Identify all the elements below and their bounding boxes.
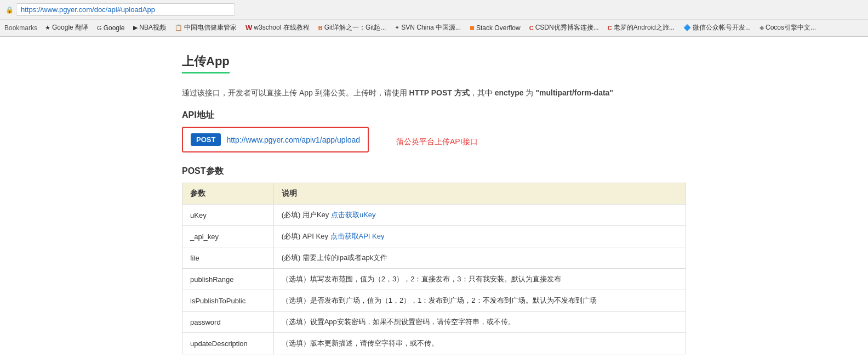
cocos-icon: ◆	[760, 24, 764, 31]
w3school-icon: W	[245, 24, 252, 32]
bookmark-label: w3school 在线教程	[254, 23, 309, 32]
description-text: 通过该接口，开发者可以直接上传 App 到蒲公英。上传时，请使用 HTTP PO…	[182, 88, 613, 97]
browser-chrome: 🔒 https://www.pgyer.com/doc/api#uploadAp…	[0, 0, 868, 37]
post-params-label: POST参数	[182, 166, 686, 177]
bookmark-stackoverflow[interactable]: ◼ Stack Overflow	[466, 23, 524, 33]
param-desc: （选填）填写发布范围，值为（2，3），2：直接发布，3：只有我安装。默认为直接发…	[273, 269, 686, 290]
apikey-link[interactable]: 点击获取API Key	[330, 232, 385, 240]
bookmark-git[interactable]: B Git详解之一：Git起...	[315, 22, 390, 33]
table-row: uKey (必填) 用户Key 点击获取uKey	[182, 205, 686, 226]
param-name: uKey	[182, 205, 274, 226]
bookmark-nba[interactable]: ▶ NBA视频	[130, 22, 169, 33]
api-url-link[interactable]: http://www.pgyer.com/apiv1/app/upload	[226, 135, 360, 144]
table-row: updateDescription （选填）版本更新描述，请传空字符串，或不传。	[182, 333, 686, 354]
bookmark-cocos[interactable]: ◆ Cocos引擎中文...	[756, 22, 819, 33]
address-bar: 🔒 https://www.pgyer.com/doc/api#uploadAp…	[0, 0, 868, 20]
bookmark-label: SVN China 中国源...	[401, 23, 461, 32]
bookmarks-label: Bookmarks	[4, 24, 37, 32]
bookmark-google[interactable]: G Google	[94, 23, 128, 33]
bookmark-label: Git详解之一：Git起...	[324, 23, 386, 32]
param-name: updateDescription	[182, 333, 274, 354]
param-name: isPublishToPublic	[182, 290, 274, 312]
bookmark-label: Stack Overflow	[476, 24, 521, 32]
laoluo-icon: C	[608, 25, 612, 31]
description: 通过该接口，开发者可以直接上传 App 到蒲公英。上传时，请使用 HTTP PO…	[182, 87, 686, 99]
bookmark-svn[interactable]: ✦ SVN China 中国源...	[391, 22, 464, 33]
bookmark-google-translate[interactable]: ★ Google 翻译	[42, 22, 92, 33]
post-badge: POST	[191, 133, 221, 146]
bookmark-label: Google 翻译	[52, 23, 88, 32]
chinatelecom-icon: 📋	[175, 24, 182, 31]
param-desc: （选填）版本更新描述，请传空字符串，或不传。	[273, 333, 686, 354]
bookmark-label: Google	[104, 24, 125, 32]
table-row: isPublishToPublic （选填）是否发布到广场，值为（1，2），1：…	[182, 290, 686, 312]
git-icon: B	[318, 25, 323, 31]
bookmark-label: NBA视频	[139, 23, 166, 32]
bookmark-label: 微信公众帐号开发...	[693, 23, 751, 32]
nba-icon: ▶	[133, 24, 138, 31]
api-address-label: API地址	[182, 110, 686, 121]
bookmark-laoluo[interactable]: C 老罗的Android之旅...	[604, 22, 678, 33]
api-url-box: POST http://www.pgyer.com/apiv1/app/uplo…	[182, 127, 369, 152]
param-name: publishRange	[182, 269, 274, 290]
param-name: password	[182, 312, 274, 333]
bookmark-csdn[interactable]: C CSDN优秀博客连接...	[526, 22, 602, 33]
page-content: 上传App 通过该接口，开发者可以直接上传 App 到蒲公英。上传时，请使用 H…	[160, 37, 708, 362]
bookmark-label: 老罗的Android之旅...	[614, 23, 675, 32]
bookmark-wechat[interactable]: 🔷 微信公众帐号开发...	[680, 22, 754, 33]
col-header-desc: 说明	[273, 183, 686, 205]
bookmark-chinatelecom[interactable]: 📋 中国电信健康管家	[172, 22, 240, 33]
svn-icon: ✦	[395, 24, 399, 31]
table-row: _api_key (必填) API Key 点击获取API Key	[182, 226, 686, 247]
param-desc: (必填) 用户Key 点击获取uKey	[273, 205, 686, 226]
param-desc: （选填）是否发布到广场，值为（1，2），1：发布到广场，2：不发布到广场。默认为…	[273, 290, 686, 312]
param-desc: (必填) API Key 点击获取API Key	[273, 226, 686, 247]
col-header-param: 参数	[182, 183, 274, 205]
table-row: publishRange （选填）填写发布范围，值为（2，3），2：直接发布，3…	[182, 269, 686, 290]
table-header-row: 参数 说明	[182, 183, 686, 205]
bookmarks-bar: Bookmarks ★ Google 翻译 G Google ▶ NBA视频 📋…	[0, 20, 868, 36]
table-row: password （选填）设置App安装密码，如果不想设置密码，请传空字符串，或…	[182, 312, 686, 333]
google-translate-icon: ★	[45, 24, 50, 31]
bookmark-label: CSDN优秀博客连接...	[535, 23, 599, 32]
address-input[interactable]: https://www.pgyer.com/doc/api#uploadApp	[16, 3, 235, 16]
bookmark-label: 中国电信健康管家	[184, 23, 237, 32]
param-desc: (必填) 需要上传的ipa或者apk文件	[273, 247, 686, 269]
wechat-icon: 🔷	[683, 24, 691, 31]
api-note: 蒲公英平台上传API接口	[396, 137, 478, 147]
params-table: 参数 说明 uKey (必填) 用户Key 点击获取uKey _api_key …	[182, 183, 686, 354]
table-row: file (必填) 需要上传的ipa或者apk文件	[182, 247, 686, 269]
bookmark-label: Cocos引擎中文...	[766, 23, 816, 32]
param-name: _api_key	[182, 226, 274, 247]
ukey-link[interactable]: 点击获取uKey	[331, 211, 376, 219]
param-name: file	[182, 247, 274, 269]
api-url-row: POST http://www.pgyer.com/apiv1/app/uplo…	[182, 127, 686, 157]
lock-icon: 🔒	[5, 6, 14, 14]
page-title: 上传App	[182, 53, 230, 73]
bookmark-w3school[interactable]: W w3school 在线教程	[242, 22, 313, 33]
param-desc: （选填）设置App安装密码，如果不想设置密码，请传空字符串，或不传。	[273, 312, 686, 333]
stackoverflow-icon: ◼	[470, 24, 475, 31]
csdn-icon: C	[529, 25, 534, 31]
google-icon: G	[97, 25, 102, 31]
